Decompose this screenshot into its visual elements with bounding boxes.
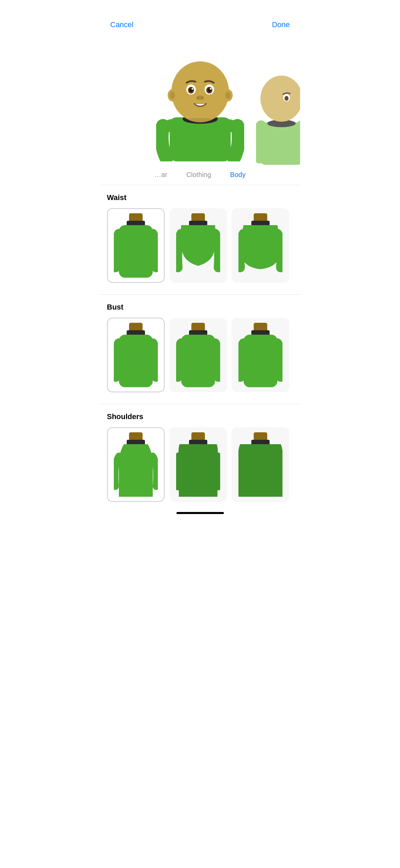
svg-point-17 (210, 88, 211, 90)
waist-option-1[interactable] (107, 208, 165, 283)
svg-rect-36 (129, 323, 143, 331)
bust-section: Bust (100, 295, 300, 396)
svg-rect-37 (127, 330, 145, 335)
svg-rect-50 (127, 440, 145, 445)
shoulders-options (107, 427, 293, 505)
done-button[interactable]: Done (272, 20, 290, 29)
svg-point-19 (196, 96, 200, 100)
waist-options (107, 208, 293, 286)
bust-option-1[interactable] (107, 318, 165, 392)
home-indicator (176, 512, 224, 514)
svg-rect-44 (254, 323, 267, 331)
bust-option-3[interactable] (232, 318, 289, 392)
shoulder-option-3[interactable] (232, 427, 289, 502)
main-avatar (156, 39, 244, 161)
svg-rect-35 (251, 221, 270, 226)
bust-title: Bust (107, 303, 293, 312)
tab-headwear[interactable]: …ar (152, 170, 170, 180)
tab-bar: …ar Clothing Body (100, 165, 300, 185)
svg-point-48 (258, 342, 275, 357)
waist-title: Waist (107, 193, 293, 202)
svg-point-20 (201, 96, 204, 100)
svg-point-5 (171, 61, 229, 122)
svg-rect-34 (254, 213, 267, 222)
svg-rect-51 (191, 432, 205, 441)
svg-rect-29 (129, 213, 143, 222)
cancel-button[interactable]: Cancel (110, 20, 133, 29)
svg-point-9 (225, 92, 231, 99)
bust-options (107, 318, 293, 396)
svg-rect-46 (244, 335, 277, 387)
shoulders-section: Shoulders (100, 404, 300, 505)
svg-point-43 (197, 342, 209, 352)
svg-rect-40 (189, 330, 207, 335)
shoulder-option-2[interactable] (169, 427, 227, 502)
svg-rect-53 (254, 432, 267, 441)
svg-rect-52 (189, 440, 207, 445)
svg-point-7 (170, 92, 175, 99)
svg-point-28 (285, 96, 289, 101)
svg-rect-38 (119, 335, 153, 387)
waist-option-2[interactable] (169, 208, 227, 283)
waist-option-3[interactable] (232, 208, 289, 283)
svg-point-21 (183, 118, 217, 123)
svg-point-16 (191, 88, 193, 90)
svg-rect-49 (129, 432, 143, 441)
svg-rect-41 (181, 335, 215, 387)
svg-rect-39 (191, 323, 205, 331)
top-bar: Cancel Done (100, 0, 300, 36)
tab-clothing[interactable]: Clothing (184, 170, 214, 180)
svg-rect-32 (191, 213, 205, 222)
svg-rect-54 (251, 440, 270, 445)
secondary-avatar (256, 70, 300, 165)
svg-rect-33 (189, 221, 207, 226)
shoulder-option-1[interactable] (107, 427, 165, 502)
svg-rect-31 (119, 225, 153, 278)
svg-rect-45 (251, 330, 270, 335)
shoulders-title: Shoulders (107, 412, 293, 421)
tab-body[interactable]: Body (227, 170, 248, 180)
svg-point-25 (260, 76, 300, 122)
svg-rect-30 (127, 221, 145, 226)
avatar-preview-area (100, 36, 300, 165)
waist-section: Waist (100, 185, 300, 286)
bust-option-2[interactable] (169, 318, 227, 392)
